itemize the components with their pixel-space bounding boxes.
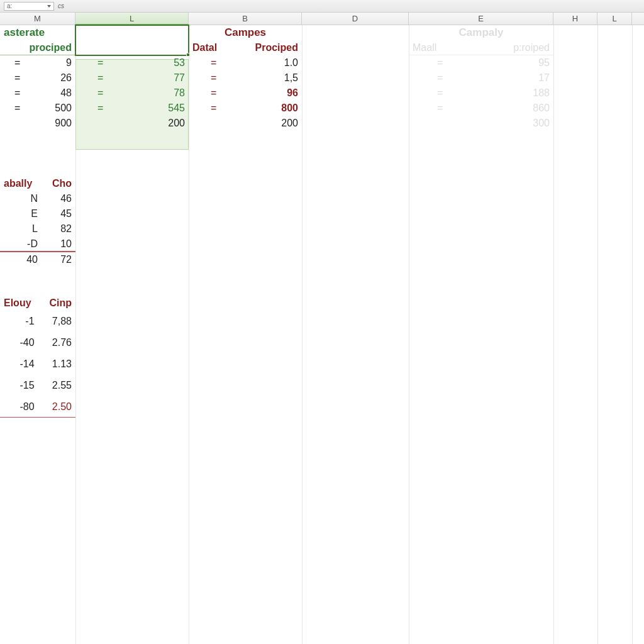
name-box-dropdown-icon[interactable] bbox=[47, 5, 51, 8]
name-box[interactable]: a: bbox=[4, 2, 54, 11]
col-b-title[interactable]: Campes bbox=[189, 25, 302, 40]
table-row[interactable]: -17,88 bbox=[0, 311, 75, 332]
block3-h1: Elouy bbox=[4, 297, 31, 309]
table-row[interactable]: =860 bbox=[409, 101, 553, 116]
col-e-block: Campaly Maall p:roiped =95=17=188=860300 bbox=[409, 25, 553, 131]
name-box-value: a: bbox=[7, 3, 12, 9]
table-row[interactable]: 900 bbox=[0, 116, 75, 131]
col-b-block: Campes Datal Prociped =1.0=1,5=96=800200 bbox=[189, 25, 302, 131]
table-row[interactable]: -402.76 bbox=[0, 332, 75, 353]
table-row[interactable]: N46 bbox=[0, 191, 75, 206]
column-header-d[interactable]: D bbox=[302, 13, 409, 25]
column-header-m[interactable]: M bbox=[0, 13, 75, 25]
table-row[interactable]: =17 bbox=[409, 70, 553, 86]
name-box-bar: a: cs bbox=[0, 0, 644, 13]
formula-hint: cs bbox=[58, 3, 64, 9]
column-header-l[interactable]: L bbox=[75, 13, 189, 25]
column-headers: MLBDEHL bbox=[0, 13, 644, 25]
table-row[interactable]: -141.13 bbox=[0, 353, 75, 375]
column-header-b[interactable]: B bbox=[189, 13, 302, 25]
table-row[interactable]: -D10 bbox=[0, 236, 75, 252]
grid-area[interactable]: asterate prociped =9=26=48=500900 =53=77… bbox=[0, 25, 644, 644]
table-row[interactable]: =1.0 bbox=[189, 55, 302, 70]
block-elouy: Elouy Cinp -17,88-402.76-141.13-152.55-8… bbox=[0, 296, 75, 418]
block2-sum[interactable]: 40 72 bbox=[0, 252, 75, 267]
block3-h2: Cinp bbox=[49, 297, 72, 309]
table-row[interactable]: L82 bbox=[0, 221, 75, 236]
table-row[interactable]: 200 bbox=[189, 116, 302, 131]
table-row[interactable]: -802.50 bbox=[0, 396, 75, 418]
table-row[interactable]: =96 bbox=[189, 86, 302, 101]
block2-header[interactable]: abally Cho bbox=[0, 176, 75, 191]
col-b-sub-left: Datal bbox=[192, 42, 217, 53]
table-row[interactable]: E45 bbox=[0, 206, 75, 221]
column-header-h[interactable]: H bbox=[553, 13, 597, 25]
col-l-block: =53=77=78=545200 bbox=[75, 25, 189, 131]
table-row[interactable]: 200 bbox=[75, 116, 189, 131]
col-e-sub-right: p:roiped bbox=[513, 42, 550, 53]
table-row[interactable]: =48 bbox=[0, 86, 75, 101]
block2-sum-b: 72 bbox=[38, 254, 72, 265]
col-b-sub-right: Prociped bbox=[255, 42, 298, 53]
table-row[interactable]: =78 bbox=[75, 86, 189, 101]
col-b-sub[interactable]: Datal Prociped bbox=[189, 40, 302, 55]
table-row[interactable]: -152.55 bbox=[0, 375, 75, 396]
table-row[interactable]: =1,5 bbox=[189, 70, 302, 86]
col-e-title[interactable]: Campaly bbox=[409, 25, 553, 40]
block2-h1: abally bbox=[4, 178, 32, 189]
col-m-title[interactable]: asterate bbox=[0, 25, 75, 40]
table-row[interactable]: =53 bbox=[75, 55, 189, 70]
col-l-sub[interactable] bbox=[75, 40, 189, 55]
col-m-sub[interactable]: prociped bbox=[0, 40, 75, 55]
table-row[interactable]: =77 bbox=[75, 70, 189, 86]
table-row[interactable]: 300 bbox=[409, 116, 553, 131]
table-row[interactable]: =9 bbox=[0, 55, 75, 70]
table-row[interactable]: =800 bbox=[189, 101, 302, 116]
table-row[interactable]: =545 bbox=[75, 101, 189, 116]
column-header-e[interactable]: E bbox=[409, 13, 553, 25]
table-row[interactable]: =95 bbox=[409, 55, 553, 70]
column-header-l[interactable]: L bbox=[597, 13, 632, 25]
block-abally: abally Cho N46E45L82-D10 40 72 bbox=[0, 176, 75, 267]
col-e-sub-left: Maall bbox=[413, 42, 436, 53]
col-l-title[interactable] bbox=[75, 25, 189, 40]
block2-h2: Cho bbox=[52, 178, 72, 189]
table-row[interactable]: =188 bbox=[409, 86, 553, 101]
fill-handle[interactable] bbox=[186, 53, 190, 57]
block3-header[interactable]: Elouy Cinp bbox=[0, 296, 75, 311]
col-m-block: asterate prociped =9=26=48=500900 bbox=[0, 25, 75, 131]
col-e-sub[interactable]: Maall p:roiped bbox=[409, 40, 553, 55]
table-row[interactable]: =26 bbox=[0, 70, 75, 86]
table-row[interactable]: =500 bbox=[0, 101, 75, 116]
block2-sum-a: 40 bbox=[4, 254, 38, 265]
